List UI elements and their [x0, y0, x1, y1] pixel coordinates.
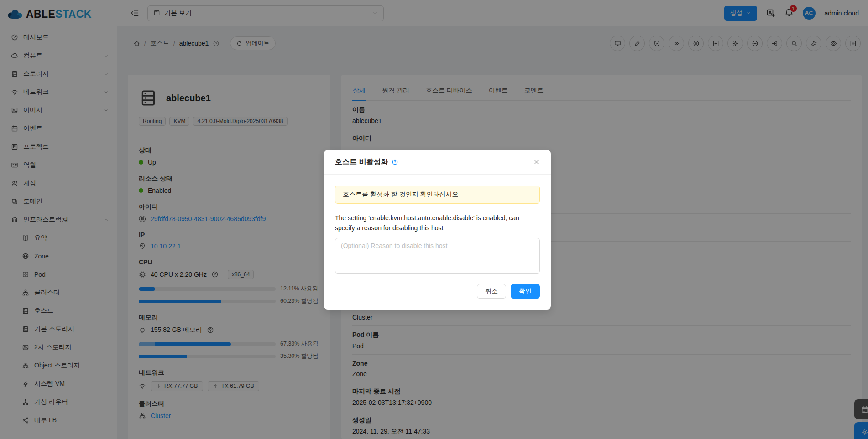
cancel-button[interactable]: 취소: [477, 284, 506, 299]
ok-button[interactable]: 확인: [511, 284, 540, 299]
close-icon[interactable]: [533, 159, 540, 165]
confirm-alert: 호스트를 활성화 할 것인지 확인하십시오.: [335, 186, 540, 204]
modal-body: 호스트를 활성화 할 것인지 확인하십시오. The setting 'enab…: [324, 175, 551, 278]
modal-description: The setting 'enable.kvm.host.auto.enable…: [335, 213, 540, 233]
modal-header: 호스트 비활성화: [324, 150, 551, 175]
disable-reason-input[interactable]: [335, 238, 540, 274]
disable-host-modal: 호스트 비활성화 호스트를 활성화 할 것인지 확인하십시오. The sett…: [324, 150, 551, 310]
modal-title: 호스트 비활성화: [335, 157, 388, 167]
modal-footer: 취소 확인: [324, 278, 551, 310]
modal-help-icon[interactable]: [392, 159, 398, 165]
